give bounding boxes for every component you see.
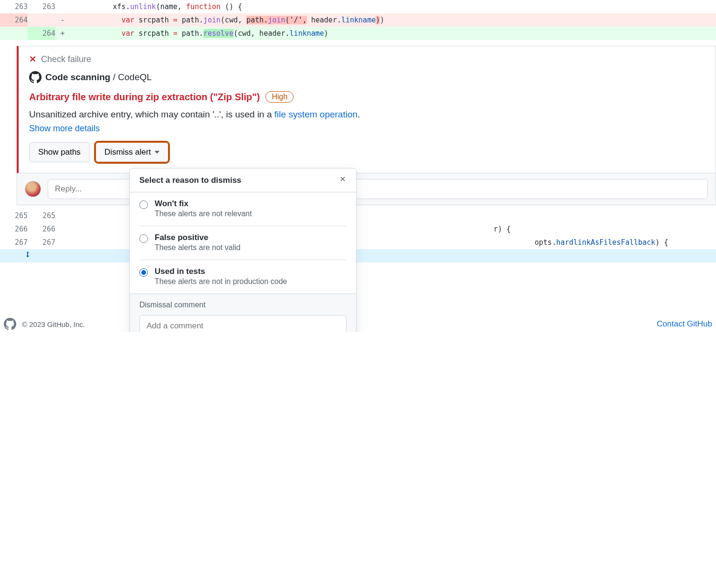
diff-row-context: 266 266 r) {: [0, 222, 716, 236]
tool-name: CodeQL: [118, 72, 152, 82]
show-paths-button[interactable]: Show paths: [29, 142, 90, 162]
radio-description: These alerts are not relevant: [155, 210, 252, 218]
x-icon: ✕: [29, 54, 36, 64]
caret-down-icon: [155, 151, 159, 154]
show-more-details-link[interactable]: Show more details: [29, 124, 100, 134]
code-line: xfs.unlink(name, function () {: [70, 0, 716, 13]
line-number-new[interactable]: 267: [28, 236, 55, 249]
check-failure-label: Check failure: [41, 54, 91, 64]
diff-row-deletion: 264 - var srcpath = path.join(cwd, path.…: [0, 13, 716, 27]
line-number-old[interactable]: 265: [0, 209, 28, 222]
github-mark-icon: [29, 71, 42, 84]
diff-row-context: 267 267 opts.hardlinkAsFilesFallback) {: [0, 236, 716, 249]
scan-tool-row: Code scanning / CodeQL: [29, 71, 705, 84]
diff-marker: +: [55, 27, 70, 40]
line-number-old[interactable]: 267: [0, 236, 28, 249]
alert-description: Unsanitized archive entry, which may con…: [29, 109, 705, 120]
close-icon: [339, 175, 347, 183]
radio-description: These alerts are not in production code: [155, 277, 287, 286]
radio-label: False positive: [155, 233, 241, 242]
line-number-new[interactable]: 265: [28, 209, 55, 222]
copyright-text: © 2023 GitHub, Inc.: [22, 320, 85, 328]
contact-github-link[interactable]: Contact GitHub: [657, 319, 712, 328]
diff-marker: [55, 0, 70, 13]
radio-icon: [139, 268, 148, 277]
page-footer: © 2023 GitHub, Inc. Contact GitHub: [0, 310, 716, 332]
line-number-old[interactable]: 264: [0, 13, 28, 27]
radio-icon: [139, 234, 148, 243]
line-number-old[interactable]: 263: [0, 0, 28, 13]
dismissal-comment-label: Dismissal comment: [139, 301, 347, 309]
line-number-new[interactable]: [28, 13, 55, 27]
code-scanning-label: Code scanning: [45, 72, 110, 82]
code-line: var srcpath = path.resolve(cwd, header.l…: [70, 27, 716, 40]
avatar[interactable]: [25, 181, 41, 197]
diff-row-addition: 264 + var srcpath = path.resolve(cwd, he…: [0, 27, 716, 40]
alert-title[interactable]: Arbitrary file write during zip extracti…: [29, 92, 260, 103]
reply-row: [17, 173, 716, 205]
code-line: var srcpath = path.join(cwd, path.join('…: [70, 13, 716, 27]
line-number-new[interactable]: 263: [28, 0, 55, 13]
check-failure-header: ✕ Check failure: [29, 54, 705, 64]
github-mark-icon[interactable]: [4, 318, 16, 330]
radio-label: Won't fix: [155, 199, 252, 209]
popover-title: Select a reason to dismiss: [139, 176, 242, 185]
expand-hunk-row[interactable]: [0, 249, 716, 262]
dismiss-reason-popover: Select a reason to dismiss Won't fix The…: [129, 168, 357, 332]
line-number-new[interactable]: 264: [28, 27, 55, 40]
file-system-operation-link[interactable]: file system operation: [274, 109, 358, 119]
dismiss-reason-false-positive[interactable]: False positive These alerts are not vali…: [139, 226, 347, 260]
unfold-icon: [24, 251, 32, 258]
dismiss-reason-wont-fix[interactable]: Won't fix These alerts are not relevant: [130, 192, 356, 226]
diff-table-after: 265 265 266 266 r) { 267 267 opts.hardli…: [0, 209, 716, 262]
dismiss-alert-button[interactable]: Dismiss alert: [95, 142, 168, 162]
line-number-new[interactable]: 266: [28, 222, 55, 236]
radio-label: Used in tests: [155, 267, 287, 276]
diff-table: 263 263 xfs.unlink(name, function () { 2…: [0, 0, 716, 46]
severity-badge: High: [265, 91, 294, 103]
diff-row-context: 265 265: [0, 209, 716, 222]
dismiss-reason-used-in-tests[interactable]: Used in tests These alerts are not in pr…: [139, 260, 347, 294]
close-button[interactable]: [339, 175, 347, 185]
radio-icon: [139, 200, 148, 209]
line-number-old[interactable]: [0, 27, 28, 40]
radio-description: These alerts are not valid: [155, 243, 241, 252]
diff-row-context: 263 263 xfs.unlink(name, function () {: [0, 0, 716, 13]
code-scanning-alert: ✕ Check failure Code scanning / CodeQL A…: [17, 46, 716, 173]
line-number-old[interactable]: 266: [0, 222, 28, 236]
dismissal-comment-input[interactable]: [139, 315, 347, 332]
diff-marker: -: [55, 13, 70, 27]
dismiss-reason-list: Won't fix These alerts are not relevant …: [130, 192, 356, 294]
